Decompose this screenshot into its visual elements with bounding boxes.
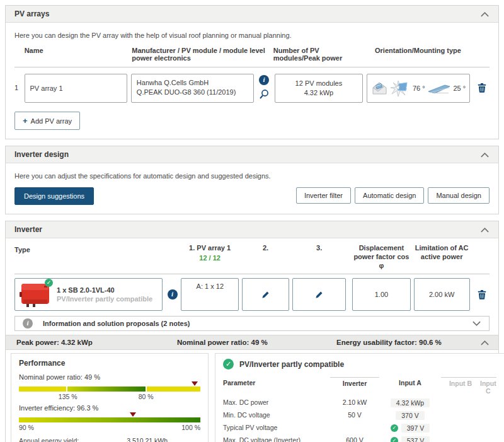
peak-power-summary: Peak power: 4.32 kWp — [16, 339, 177, 346]
add-pv-array-button[interactable]: + Add PV array — [14, 112, 80, 130]
check-icon: ✓ — [391, 424, 398, 432]
inverter-design-title: Inverter design — [14, 150, 69, 159]
delete-pv-array-icon[interactable] — [478, 83, 486, 93]
performance-stats: Annual energy yield:3,510.21 kWh Spec. e… — [19, 437, 168, 442]
tilt-value: 25 ° — [453, 84, 466, 92]
manufacturer-name: Hanwha Q.Cells GmbH — [137, 78, 248, 88]
param-name: Max. DC voltage (Inverter) — [223, 434, 330, 442]
column-2: 2. — [242, 243, 289, 252]
pv-arrays-title: PV arrays — [14, 9, 49, 18]
column-name: Name — [25, 47, 129, 54]
input-a-value: 4.32 kWp — [391, 398, 430, 407]
column-3: 3. — [292, 243, 346, 252]
collapse-up-icon[interactable] — [480, 227, 490, 233]
nominal-ratio-marker — [192, 381, 198, 386]
compatibility-panel: ✓ PV/Inverter partly compatible Paramete… — [215, 353, 504, 442]
information-proposals-row[interactable]: i Information and solution proposals (2 … — [14, 316, 490, 331]
param-name: Min. DC voltage — [223, 409, 330, 422]
plus-icon: + — [23, 116, 28, 125]
nominal-power-ratio-bar — [19, 387, 200, 392]
expand-down-icon[interactable] — [472, 321, 481, 327]
manual-design-button[interactable]: Manual design — [428, 187, 490, 204]
stat-annual-energy-yield: Annual energy yield:3,510.21 kWh — [19, 437, 168, 442]
array1-module-count: 12 / 12 — [181, 254, 239, 262]
module-name: Q.PEAK DUO-G8 360 (11/2019) — [137, 88, 248, 97]
modules-peak-power-cell[interactable]: 12 PV modules 4.32 kWp — [275, 74, 364, 103]
efficiency-marker — [130, 412, 136, 417]
inverter-design-description: Here you can adjust the specifications f… — [14, 172, 490, 180]
performance-panel: Performance Nominal power ratio: 49 % 13… — [11, 353, 209, 442]
pv-array-row: 1 Hanwha Q.Cells GmbH Q.PEAK DUO-G8 360 … — [14, 74, 490, 103]
peak-power: 4.32 kWp — [278, 88, 360, 98]
tick-80: 80 % — [139, 393, 154, 400]
param-name: Typical PV voltage — [223, 422, 330, 434]
azimuth-value: 76 ° — [413, 84, 425, 92]
results-summary-bar: Peak power: 4.32 kWp Nominal power ratio… — [6, 335, 498, 350]
information-proposals-label: Information and solution proposals (2 no… — [43, 320, 190, 327]
inverter-column-headers: Type 1. PV array 1 12 / 12 2. 3. Displac… — [14, 243, 490, 274]
col-input-c: Input C — [480, 377, 496, 397]
inverter-design-section: Inverter design Here you can adjust the … — [5, 146, 499, 214]
column-array1: 1. PV array 1 — [181, 243, 239, 252]
pv-module-selector[interactable]: Hanwha Q.Cells GmbH Q.PEAK DUO-G8 360 (1… — [131, 74, 254, 103]
col-parameter: Parameter — [223, 377, 330, 397]
input-a-value: 537 V — [401, 436, 430, 442]
collapse-up-icon[interactable] — [480, 340, 490, 346]
azimuth-compass-icon — [390, 80, 410, 97]
inverter-header[interactable]: Inverter — [6, 221, 498, 238]
inverter-info-icon[interactable]: i — [168, 289, 178, 300]
config-2-edit-button[interactable] — [242, 278, 289, 311]
inverter-device-icon: ✓ — [19, 281, 52, 308]
inverter-design-header[interactable]: Inverter design — [6, 146, 498, 163]
inverter-efficiency-label: Inverter efficiency: 96.3 % — [19, 404, 200, 412]
automatic-design-button[interactable]: Automatic design — [355, 187, 424, 204]
cos-phi-input[interactable]: 1.00 — [352, 278, 410, 311]
input-a-value: 397 V — [401, 424, 430, 433]
modules-count: 12 PV modules — [278, 79, 360, 88]
pv-arrays-section: PV arrays Here you can design the PV arr… — [5, 5, 499, 139]
config-3-edit-button[interactable] — [292, 278, 346, 311]
orientation-cell[interactable]: 76 ° 25 ° — [367, 74, 470, 103]
performance-heading: Performance — [19, 359, 200, 368]
collapse-up-icon[interactable] — [480, 11, 490, 17]
nominal-ratio-summary: Nominal power ratio: 49 % — [177, 339, 336, 346]
note-info-icon: i — [23, 318, 33, 329]
compatibility-table: Parameter Inverter Input A Input B Input… — [223, 377, 496, 442]
inverter-row: ✓ 1 x SB 2.0-1VL-40 PV/Inverter partly c… — [14, 278, 490, 311]
pv-arrays-header[interactable]: PV arrays — [6, 6, 498, 23]
check-icon: ✓ — [391, 437, 398, 442]
compatibility-check-icon: ✓ — [223, 359, 234, 369]
compatible-badge-icon: ✓ — [45, 279, 53, 287]
inverter-type-cell[interactable]: ✓ 1 x SB 2.0-1VL-40 PV/Inverter partly c… — [14, 278, 163, 311]
delete-inverter-icon[interactable] — [478, 289, 486, 300]
column-cos-phi: Displacement power factor cos φ — [352, 243, 410, 270]
inverter-section: Inverter Type 1. PV array 1 12 / 12 2. 3… — [5, 221, 499, 442]
column-ac-limitation: Limitation of AC active power — [413, 243, 469, 261]
pv-arrays-column-headers: Name Manufacturer / PV module / module l… — [14, 47, 490, 67]
param-name: Max. DC power — [223, 397, 330, 409]
col-input-b: Input B — [441, 377, 480, 397]
inverter-model: 1 x SB 2.0-1VL-40 — [57, 286, 152, 294]
tick-90: 90 % — [19, 424, 34, 431]
input-a-config-cell[interactable]: A: 1 x 12 — [181, 278, 239, 311]
pencil-icon — [261, 290, 270, 300]
nominal-power-ratio-label: Nominal power ratio: 49 % — [19, 373, 200, 381]
pencil-icon — [314, 290, 324, 300]
inverter-title: Inverter — [14, 225, 42, 234]
design-suggestions-button[interactable]: Design suggestions — [14, 187, 94, 205]
inverter-filter-button[interactable]: Inverter filter — [296, 187, 351, 204]
module-info-icon[interactable]: i — [259, 75, 269, 85]
ac-limitation-input[interactable]: 2.00 kW — [414, 278, 470, 311]
col-input-a: Input A — [379, 377, 441, 397]
inverter-status: PV/Inverter partly compatible — [57, 295, 152, 303]
compatibility-heading: PV/Inverter partly compatible — [239, 360, 344, 369]
pv-array-name-input[interactable] — [25, 74, 127, 103]
module-search-icon[interactable] — [259, 89, 269, 100]
tilt-panel-icon — [427, 83, 451, 94]
input-a-value: 370 V — [396, 411, 424, 420]
column-orientation: Orientation/Mounting type — [366, 47, 470, 54]
column-modules: Number of PV modules/Peak power — [273, 47, 362, 62]
pv-arrays-description: Here you can design the PV array with th… — [14, 32, 490, 39]
energy-usability-summary: Energy usability factor: 90.6 % — [336, 339, 480, 346]
collapse-up-icon[interactable] — [480, 152, 490, 158]
